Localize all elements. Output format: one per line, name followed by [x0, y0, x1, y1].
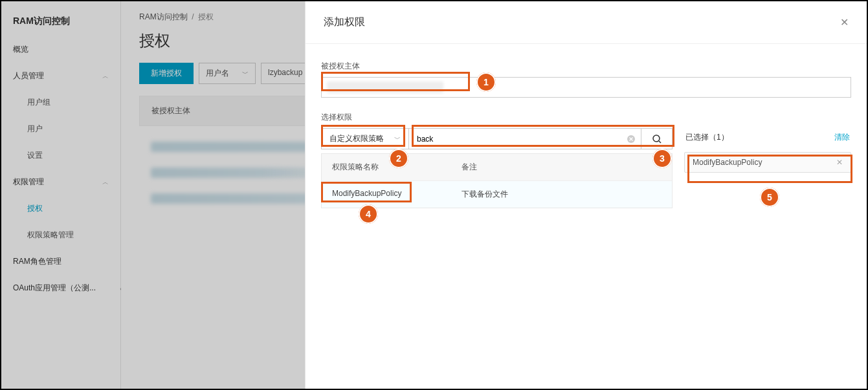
panel-title: 添加权限 [324, 16, 365, 29]
subject-label: 被授权主体 [321, 61, 851, 72]
selected-policy-name: ModifyBackupPolicy [693, 158, 762, 167]
subject-input[interactable]: ✕ [321, 77, 851, 98]
search-button[interactable] [641, 129, 672, 149]
svg-point-1 [653, 135, 660, 142]
col-policy-name: 权限策略名称 [322, 154, 451, 180]
selected-policy-tag: ModifyBackupPolicy ✕ [684, 152, 851, 173]
policy-type-select[interactable]: 自定义权限策略 ﹀ [321, 128, 409, 149]
clear-search-icon[interactable] [621, 129, 641, 149]
close-icon[interactable]: ✕ [840, 16, 849, 28]
add-permission-panel: 添加权限 ✕ 被授权主体 ✕ 选择权限 自定义权限策略 ﹀ [305, 1, 867, 389]
policy-row[interactable]: ModifyBackupPolicy 下载备份文件 [322, 180, 672, 208]
selected-count-label: 已选择（1） [685, 132, 729, 143]
remove-selected-icon[interactable]: ✕ [836, 158, 843, 167]
clear-selection-link[interactable]: 清除 [834, 132, 850, 143]
perm-label: 选择权限 [321, 112, 851, 123]
policy-note-cell: 下载备份文件 [451, 181, 672, 208]
col-note: 备注 [451, 154, 672, 180]
policy-table: 权限策略名称 备注 ModifyBackupPolicy 下载备份文件 [321, 153, 673, 208]
subject-tag [327, 81, 443, 93]
policy-search-input[interactable] [409, 129, 621, 149]
policy-name-cell: ModifyBackupPolicy [322, 181, 451, 208]
svg-line-2 [659, 141, 661, 143]
chevron-down-icon: ﹀ [394, 135, 401, 144]
